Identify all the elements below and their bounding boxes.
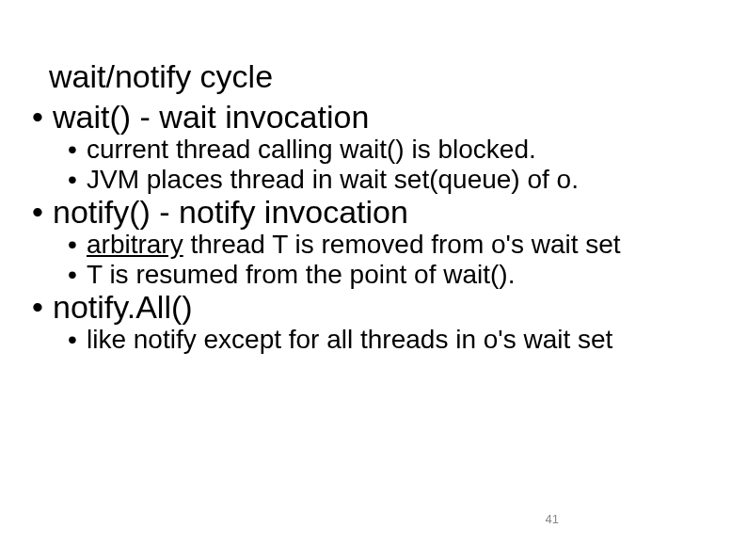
slide-title: wait/notify cycle (49, 58, 273, 95)
bullet-notify: •notify() - notify invocation (32, 195, 715, 230)
bullet-text: notify.All() (53, 289, 193, 325)
sub-bullet-post: thread T is removed from o's wait set (183, 230, 621, 259)
sub-bullet-text: JVM places thread in wait set(queue) of … (87, 165, 579, 194)
sub-bullet: •JVM places thread in wait set(queue) of… (68, 165, 715, 195)
bullet-icon: • (68, 165, 87, 195)
bullet-text: notify() - notify invocation (53, 194, 408, 230)
bullet-text: wait() - wait invocation (53, 99, 369, 135)
bullet-icon: • (32, 290, 53, 325)
sub-bullet-text: current thread calling wait() is blocked… (87, 135, 536, 164)
bullet-icon: • (32, 195, 53, 230)
bullet-icon: • (68, 230, 87, 260)
sub-bullet-pre: T is resumed from the point of wait(). (87, 260, 515, 289)
sub-bullet-text: like notify except for all threads in o'… (87, 325, 612, 354)
bullet-icon: • (68, 260, 87, 290)
sub-bullet: •T is resumed from the point of wait(). (68, 260, 715, 290)
slide-content: •wait() - wait invocation •current threa… (32, 100, 715, 355)
bullet-icon: • (32, 100, 53, 135)
bullet-icon: • (68, 135, 87, 165)
sub-bullet: •arbitrary thread T is removed from o's … (68, 230, 715, 260)
bullet-wait: •wait() - wait invocation (32, 100, 715, 135)
sub-bullet-underlined: arbitrary (87, 230, 183, 259)
bullet-notifyall: •notify.All() (32, 290, 715, 325)
sub-bullet: •current thread calling wait() is blocke… (68, 135, 715, 165)
page-number: 41 (546, 512, 559, 526)
sub-bullet: •like notify except for all threads in o… (68, 325, 715, 355)
bullet-icon: • (68, 325, 87, 355)
slide: wait/notify cycle •wait() - wait invocat… (0, 0, 747, 560)
